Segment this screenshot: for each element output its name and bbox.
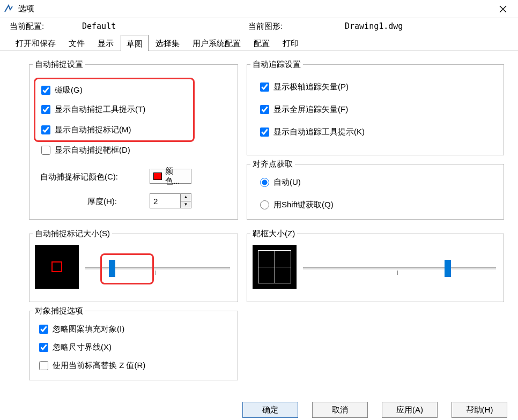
ok-button[interactable]: 确定 xyxy=(242,402,298,418)
checkbox-fullscreen-track-label: 显示全屏追踪矢量(F) xyxy=(273,104,348,115)
slider-tick xyxy=(155,271,156,275)
aperture-size-slider-thumb[interactable] xyxy=(445,260,451,277)
value-current-profile: Default xyxy=(82,21,248,31)
tab-print[interactable]: 打印 xyxy=(277,34,305,50)
checkbox-polar-track-label: 显示极轴追踪矢量(P) xyxy=(273,82,349,92)
checkbox-ignore-dim[interactable]: 忽略尺寸界线(X) xyxy=(39,342,112,352)
checkbox-snap-tooltip-label: 显示自动捕捉工具提示(T) xyxy=(55,104,145,115)
legend-autotrack: 自动追踪设置 xyxy=(250,59,303,70)
checkbox-replace-z-input[interactable] xyxy=(39,361,48,370)
checkbox-track-tooltip[interactable]: 显示自动追踪工具提示(K) xyxy=(260,127,365,137)
legend-marker-size: 自动捕捉标记大小(S) xyxy=(33,229,112,239)
tab-user-prefs[interactable]: 用户系统配置 xyxy=(187,34,247,50)
checkbox-snap-aperture-input[interactable] xyxy=(41,146,50,155)
label-current-profile: 当前配置: xyxy=(10,21,82,32)
group-autotrack: 自动追踪设置 显示极轴追踪矢量(P) 显示全屏追踪矢量(F) 显示自动追踪工具提… xyxy=(247,64,504,155)
checkbox-track-tooltip-input[interactable] xyxy=(260,128,269,137)
checkbox-replace-z-label: 使用当前标高替换 Z 值(R) xyxy=(53,361,145,371)
checkbox-polar-track-input[interactable] xyxy=(260,82,269,92)
thickness-spin-up[interactable]: ▲ xyxy=(181,194,191,201)
highlight-marker-slider xyxy=(100,253,154,284)
tab-strip: 打开和保存 文件 显示 草图 选择集 用户系统配置 配置 打印 xyxy=(0,34,518,50)
cancel-button[interactable]: 取消 xyxy=(312,402,368,418)
tab-content: 自动捕捉设置 磁吸(G) 显示自动捕捉工具提示(T) 显示自动捕捉标记(M) 显… xyxy=(0,50,518,393)
checkbox-replace-z[interactable]: 使用当前标高替换 Z 值(R) xyxy=(39,361,145,371)
tab-selection[interactable]: 选择集 xyxy=(150,34,186,50)
checkbox-snap-tooltip[interactable]: 显示自动捕捉工具提示(T) xyxy=(41,104,145,115)
checkbox-snap-marker-label: 显示自动捕捉标记(M) xyxy=(55,125,131,135)
color-button-label: 颜色... xyxy=(165,166,188,186)
checkbox-ignore-dim-label: 忽略尺寸界线(X) xyxy=(53,342,112,352)
thickness-spinner[interactable]: ▲ ▼ xyxy=(150,193,191,208)
thickness-spin-down[interactable]: ▼ xyxy=(181,201,191,208)
checkbox-snap-aperture[interactable]: 显示自动捕捉靶框(D) xyxy=(41,145,130,155)
checkbox-snap-marker-input[interactable] xyxy=(41,125,50,134)
help-button[interactable]: 帮助(H) xyxy=(452,402,507,418)
value-current-drawing: Drawing1.dwg xyxy=(345,21,403,31)
checkbox-track-tooltip-label: 显示自动追踪工具提示(K) xyxy=(273,127,365,137)
radio-auto-label: 自动(U) xyxy=(273,177,301,188)
radio-shift[interactable]: 用Shift键获取(Q) xyxy=(260,200,334,210)
label-marker-color: 自动捕捉标记颜色(C): xyxy=(40,172,118,182)
thickness-input[interactable] xyxy=(150,194,180,208)
marker-preview-square xyxy=(51,261,62,272)
tab-display[interactable]: 显示 xyxy=(92,34,120,50)
legend-autosnap: 自动捕捉设置 xyxy=(33,59,85,70)
close-button[interactable] xyxy=(491,1,515,17)
aperture-preview xyxy=(253,245,297,289)
legend-objsnap: 对象捕捉选项 xyxy=(33,306,85,316)
label-current-drawing: 当前图形: xyxy=(248,21,345,32)
checkbox-ignore-hatch-label: 忽略图案填充对象(I) xyxy=(53,324,124,334)
checkbox-ignore-dim-input[interactable] xyxy=(39,343,48,352)
config-row: 当前配置: Default 当前图形: Drawing1.dwg xyxy=(0,18,518,34)
checkbox-snap-aperture-label: 显示自动捕捉靶框(D) xyxy=(55,145,130,155)
button-row: 确定 取消 应用(A) 帮助(H) xyxy=(242,402,507,418)
label-thickness: 厚度(H): xyxy=(87,197,117,207)
group-objsnap: 对象捕捉选项 忽略图案填充对象(I) 忽略尺寸界线(X) 使用当前标高替换 Z … xyxy=(29,311,238,380)
color-button[interactable]: 颜色... xyxy=(150,169,191,184)
radio-auto-input[interactable] xyxy=(260,178,269,187)
app-icon xyxy=(3,4,14,14)
checkbox-snap-tooltip-input[interactable] xyxy=(41,105,50,114)
group-alignment: 对齐点获取 自动(U) 用Shift键获取(Q) xyxy=(247,164,504,220)
group-aperture-size: 靶框大小(Z) xyxy=(247,234,504,302)
checkbox-magnet[interactable]: 磁吸(G) xyxy=(41,85,83,95)
radio-shift-label: 用Shift键获取(Q) xyxy=(273,200,334,210)
checkbox-ignore-hatch[interactable]: 忽略图案填充对象(I) xyxy=(39,324,124,334)
window-title: 选项 xyxy=(18,4,34,14)
checkbox-magnet-label: 磁吸(G) xyxy=(55,85,83,95)
color-swatch xyxy=(153,172,162,180)
tab-open-save[interactable]: 打开和保存 xyxy=(10,34,62,50)
group-marker-size: 自动捕捉标记大小(S) xyxy=(29,234,238,302)
aperture-size-slider-track[interactable] xyxy=(303,267,496,269)
legend-alignment: 对齐点获取 xyxy=(250,159,295,169)
aperture-slider-tick xyxy=(397,271,398,275)
checkbox-ignore-hatch-input[interactable] xyxy=(39,325,48,334)
checkbox-snap-marker[interactable]: 显示自动捕捉标记(M) xyxy=(41,125,131,135)
tab-file[interactable]: 文件 xyxy=(63,34,91,50)
checkbox-magnet-input[interactable] xyxy=(41,86,50,95)
group-autosnap: 自动捕捉设置 磁吸(G) 显示自动捕捉工具提示(T) 显示自动捕捉标记(M) 显… xyxy=(29,64,238,220)
tab-draft[interactable]: 草图 xyxy=(121,35,149,51)
radio-shift-input[interactable] xyxy=(260,200,269,209)
titlebar: 选项 xyxy=(0,0,518,18)
marker-preview xyxy=(35,245,79,289)
legend-aperture-size: 靶框大小(Z) xyxy=(250,229,297,239)
checkbox-fullscreen-track[interactable]: 显示全屏追踪矢量(F) xyxy=(260,104,348,115)
apply-button[interactable]: 应用(A) xyxy=(382,402,438,418)
checkbox-polar-track[interactable]: 显示极轴追踪矢量(P) xyxy=(260,82,349,92)
radio-auto[interactable]: 自动(U) xyxy=(260,177,301,188)
checkbox-fullscreen-track-input[interactable] xyxy=(260,105,269,114)
tab-config[interactable]: 配置 xyxy=(248,34,276,50)
